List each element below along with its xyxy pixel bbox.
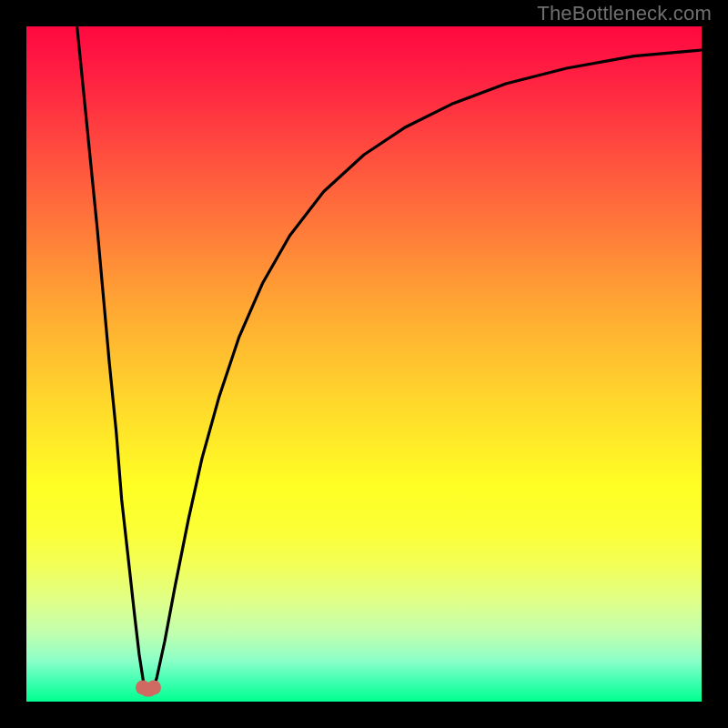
plot-area xyxy=(26,26,702,702)
marker-bridge-icon xyxy=(141,686,156,697)
chart-frame: TheBottleneck.com xyxy=(0,0,728,728)
minimum-marker xyxy=(136,679,161,698)
curve-svg xyxy=(26,26,702,702)
bottleneck-curve xyxy=(77,26,702,695)
watermark-text: TheBottleneck.com xyxy=(537,2,712,25)
